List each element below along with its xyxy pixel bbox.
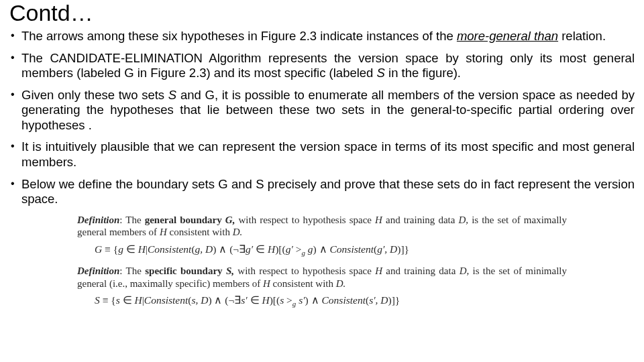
bullet-5: Below we define the boundary sets G and … — [9, 177, 635, 207]
bullet-1-text-a: The arrows among these six hypotheses in… — [21, 29, 457, 43]
def-g-j: H — [160, 227, 170, 237]
def-s-j: H — [263, 278, 273, 289]
def-s-f: H — [375, 265, 386, 276]
bullet-list: The arrows among these six hypotheses in… — [7, 29, 637, 207]
def-g-k: consistent with — [169, 227, 232, 237]
def-s-label: Definition — [77, 265, 119, 276]
bullet-1-text-c: relation. — [558, 29, 606, 43]
def-g-h: D, — [458, 215, 472, 225]
bullet-2-text-a: The CANDIDATE-ELIMINATlON Algorithm repr… — [21, 51, 635, 80]
def-s-d: S, — [226, 265, 237, 276]
def-g-g: and training data — [386, 215, 458, 225]
slide: Contd… The arrows among these six hypoth… — [0, 0, 644, 362]
bullet-2-ital: S — [377, 66, 388, 80]
def-g-f: H — [375, 215, 386, 225]
bullet-3-ital: S — [168, 88, 180, 102]
def-s-c: specific boundary — [145, 265, 226, 276]
bullet-1-emph: more-general than — [457, 29, 558, 43]
def-s-g: and training data — [386, 265, 459, 276]
bullet-1: The arrows among these six hypotheses in… — [9, 29, 635, 44]
definition-g: Definition: The general boundary G, with… — [77, 214, 567, 239]
definition-s: Definition: The specific boundary S, wit… — [77, 265, 567, 290]
def-s-e: with respect to hypothesis space — [237, 265, 375, 276]
bullet-2: The CANDIDATE-ELIMINATlON Algorithm repr… — [9, 51, 635, 81]
bullet-3-text-a: Given only these two sets — [21, 88, 168, 102]
def-s-b: : The — [119, 265, 145, 276]
def-g-e: with respect to hypothesis space — [238, 215, 375, 225]
def-g-label: Definition — [77, 215, 119, 225]
def-s-l: D. — [336, 278, 346, 289]
bullet-3: Given only these two sets S and G, it is… — [9, 88, 635, 133]
def-g-d: G, — [225, 215, 239, 225]
def-s-k: consistent with — [273, 278, 336, 289]
slide-title: Contd… — [9, 0, 637, 26]
def-g-b: : The — [119, 215, 144, 225]
def-g-l: D. — [233, 227, 243, 237]
formula-g: G ≡ {g ∈ H|Consistent(g, D) ∧ (¬∃g′ ∈ H)… — [95, 243, 567, 258]
def-s-h: D, — [460, 265, 473, 276]
formula-s: S ≡ {s ∈ H|Consistent(s, D) ∧ (¬∃s′ ∈ H)… — [95, 294, 567, 309]
bullet-4: It is intuitively plausible that we can … — [9, 139, 635, 170]
bullet-2-text-c: in the figure). — [388, 66, 461, 80]
definitions-block: Definition: The general boundary G, with… — [77, 214, 567, 310]
def-g-c: general boundary — [145, 215, 225, 225]
